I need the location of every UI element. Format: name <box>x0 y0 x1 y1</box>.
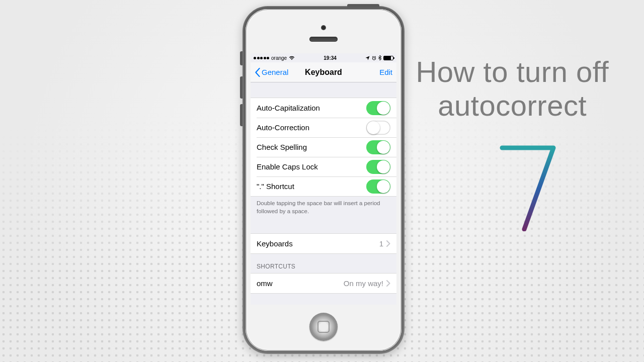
carrier-label: orange <box>271 55 287 61</box>
toggle-auto-correction[interactable] <box>366 121 390 135</box>
setting-label: Auto-Correction <box>257 123 366 132</box>
clock: 19:34 <box>324 55 337 61</box>
setting-label: Check Spelling <box>257 143 366 151</box>
earpiece-speaker <box>309 37 338 42</box>
shortcuts-group: omw On my way! <box>251 273 396 294</box>
location-icon <box>365 56 370 60</box>
row-check-spelling[interactable]: Check Spelling <box>251 137 396 157</box>
row-enable-caps-lock[interactable]: Enable Caps Lock <box>251 157 396 176</box>
front-camera <box>321 25 326 30</box>
back-button[interactable]: General <box>255 68 288 77</box>
bluetooth-icon <box>378 55 381 60</box>
keyboards-label: Keyboards <box>257 239 379 248</box>
shortcut-key: omw <box>257 279 344 288</box>
row-auto-correction[interactable]: Auto-Correction <box>251 118 396 137</box>
headline-line-1: How to turn off <box>416 55 609 89</box>
back-label: General <box>262 68 288 76</box>
status-bar: orange 19:34 <box>251 53 396 62</box>
setting-label: Auto-Capitalization <box>257 104 366 112</box>
keyboards-group: Keyboards 1 <box>251 233 396 254</box>
edit-button[interactable]: Edit <box>379 68 392 76</box>
setting-label: "." Shortcut <box>257 182 366 191</box>
toggle-enable-caps-lock[interactable] <box>366 160 390 174</box>
toggle-period-shortcut[interactable] <box>366 179 390 194</box>
shortcut-value: On my way! <box>344 279 383 288</box>
toggle-check-spelling[interactable] <box>366 140 390 154</box>
setting-label: Enable Caps Lock <box>257 162 366 171</box>
keyboard-options-group: Auto-Capitalization Auto-Correction Chec… <box>251 98 396 197</box>
ios7-logo <box>493 141 564 231</box>
row-shortcut[interactable]: omw On my way! <box>251 274 396 293</box>
chevron-right-icon <box>386 240 390 247</box>
tutorial-title: How to turn off autocorrect <box>416 55 609 122</box>
iphone-device-frame: orange 19:34 General Key <box>243 6 405 354</box>
period-shortcut-footer: Double tapping the space bar will insert… <box>251 197 396 220</box>
phone-screen: orange 19:34 General Key <box>251 53 396 305</box>
keyboards-count: 1 <box>379 239 383 248</box>
chevron-right-icon <box>386 280 390 287</box>
row-auto-capitalization[interactable]: Auto-Capitalization <box>251 98 396 118</box>
shortcuts-header: SHORTCUTS <box>251 254 396 273</box>
row-keyboards[interactable]: Keyboards 1 <box>251 234 396 253</box>
battery-icon <box>383 56 393 60</box>
row-period-shortcut[interactable]: "." Shortcut <box>251 176 396 196</box>
cell-signal-icon <box>254 57 269 59</box>
home-button[interactable] <box>309 313 338 341</box>
alarm-icon <box>372 56 376 60</box>
wifi-icon <box>289 56 295 60</box>
headline-line-2: autocorrect <box>416 89 609 123</box>
nav-bar: General Keyboard Edit <box>251 62 396 82</box>
toggle-auto-capitalization[interactable] <box>366 101 390 115</box>
